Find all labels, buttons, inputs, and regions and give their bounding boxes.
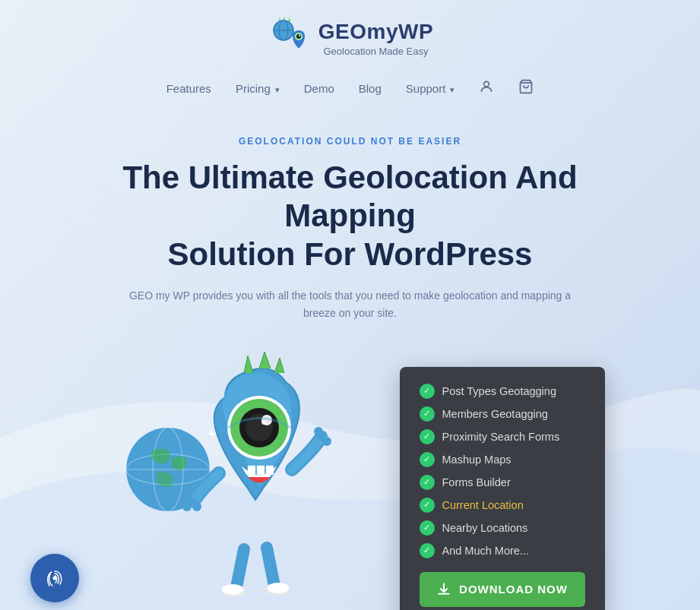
geo-text: GEOmyWP [318, 20, 433, 43]
feature-proximity: ✓ Proximity Search Forms [420, 429, 585, 444]
svg-rect-27 [266, 466, 274, 475]
fingerprint-button[interactable] [30, 554, 79, 602]
hero-subtitle: GEOLOCATION COULD NOT BE EASIER [61, 136, 639, 147]
nav-demo[interactable]: Demo [304, 82, 334, 95]
svg-point-36 [53, 576, 57, 580]
feature-post-types: ✓ Post Types Geotagging [420, 384, 585, 399]
check-icon-mashup: ✓ [420, 452, 435, 467]
svg-point-6 [299, 35, 300, 36]
svg-point-5 [296, 34, 301, 39]
feature-label-post-types: Post Types Geotagging [442, 385, 556, 397]
check-icon-current-location: ✓ [420, 498, 435, 513]
check-icon-members: ✓ [420, 406, 435, 422]
support-dropdown-icon [448, 82, 455, 95]
feature-more: ✓ And Much More... [420, 543, 585, 558]
logo-text-block: GEOmyWP Geolocation Made Easy [318, 20, 433, 57]
main-nav: Features Pricing Demo Blog Support [166, 68, 534, 106]
feature-label-more: And Much More... [442, 545, 529, 557]
check-icon-forms: ✓ [420, 475, 435, 490]
download-icon [436, 583, 451, 596]
monster-area [96, 352, 385, 610]
nav-features[interactable]: Features [166, 82, 211, 95]
nav-pricing[interactable]: Pricing [236, 82, 280, 95]
check-icon-nearby: ✓ [420, 520, 435, 536]
feature-forms: ✓ Forms Builder [420, 475, 585, 490]
check-icon-more: ✓ [420, 543, 435, 558]
svg-point-23 [322, 437, 331, 446]
svg-point-18 [261, 420, 266, 425]
nav-blog[interactable]: Blog [359, 82, 382, 95]
hero-bottom: ✓ Post Types Geotagging ✓ Members Geotag… [0, 352, 700, 610]
hero-description: GEO my WP provides you with all the tool… [115, 287, 586, 321]
feature-label-proximity: Proximity Search Forms [442, 431, 560, 443]
pricing-dropdown-icon [274, 82, 280, 95]
svg-point-20 [192, 502, 201, 511]
monster-illustration [96, 352, 354, 610]
svg-point-7 [484, 81, 489, 87]
svg-point-24 [314, 427, 323, 436]
svg-point-31 [268, 583, 289, 593]
hero-title: The Ultimate Geolocation And Mapping Sol… [61, 159, 639, 273]
feature-mashup: ✓ Mashup Maps [420, 452, 585, 467]
logo-brand: GEOmyWP [318, 20, 433, 44]
feature-label-mashup: Mashup Maps [442, 454, 512, 466]
feature-current-location: ✓ Current Location [420, 498, 585, 513]
fingerprint-icon [42, 565, 68, 591]
feature-label-current-location: Current Location [442, 499, 524, 511]
svg-point-21 [182, 502, 192, 511]
svg-rect-25 [248, 466, 255, 475]
hero-section: GEOLOCATION COULD NOT BE EASIER The Ulti… [0, 113, 700, 352]
shopping-cart-icon[interactable] [518, 79, 534, 98]
check-icon-post-types: ✓ [420, 384, 435, 399]
feature-box: ✓ Post Types Geotagging ✓ Members Geotag… [400, 367, 605, 610]
feature-nearby: ✓ Nearby Locations [420, 520, 585, 536]
svg-point-29 [222, 584, 243, 595]
logo-icon [267, 15, 312, 61]
feature-label-nearby: Nearby Locations [442, 522, 528, 534]
logo-area[interactable]: GEOmyWP Geolocation Made Easy [267, 15, 433, 61]
nav-support[interactable]: Support [406, 82, 455, 95]
download-button[interactable]: DOWNLOAD NOW [420, 572, 585, 607]
header: GEOmyWP Geolocation Made Easy Features P… [0, 0, 700, 113]
check-icon-proximity: ✓ [420, 429, 435, 444]
logo-tagline: Geolocation Made Easy [318, 46, 433, 57]
feature-label-members: Members Geotagging [442, 408, 548, 420]
feature-label-forms: Forms Builder [442, 476, 511, 488]
feature-members: ✓ Members Geotagging [420, 406, 585, 422]
user-account-icon[interactable] [479, 79, 494, 98]
svg-rect-26 [257, 466, 264, 475]
